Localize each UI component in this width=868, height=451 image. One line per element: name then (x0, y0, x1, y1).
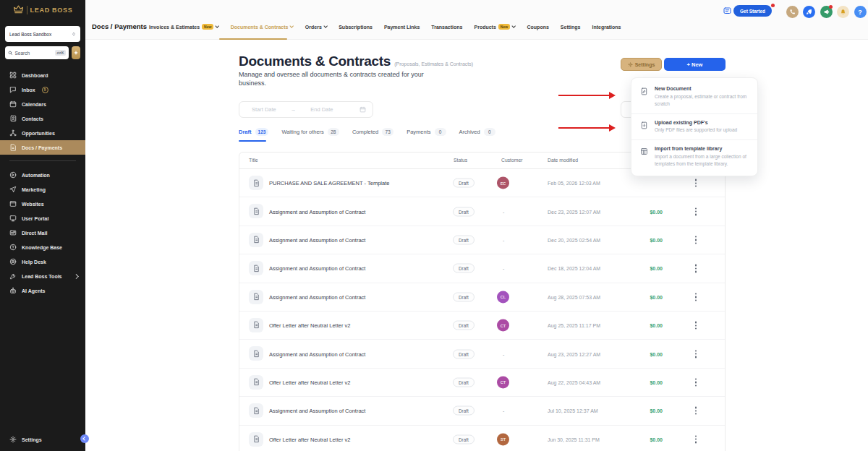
logo-divider (27, 6, 27, 14)
menu-item-description: Import a document from a large collectio… (655, 153, 749, 168)
menu-item-upload-pdf[interactable]: Upload existing PDF's Only PDF files are… (631, 113, 757, 140)
row-actions-kebab[interactable] (694, 320, 698, 331)
sidebar-item-dashboard[interactable]: Dashboard (0, 68, 85, 82)
table-row[interactable]: Assignment and Assumption of Contract Dr… (239, 340, 725, 368)
sidebar-item-ai-agents[interactable]: AI Agents (0, 283, 85, 298)
row-actions-kebab[interactable] (694, 234, 698, 245)
dashboard-icon (9, 72, 17, 79)
table-row[interactable]: Offer Letter after Neutral Letter v2 Dra… (239, 312, 725, 340)
row-actions-kebab[interactable] (694, 178, 698, 189)
get-started-button[interactable]: Get Started (733, 5, 772, 17)
row-actions-kebab[interactable] (694, 405, 698, 416)
ai-assistant-button[interactable] (72, 46, 80, 59)
help-icon[interactable]: ? (854, 6, 867, 18)
column-customer: Customer (501, 158, 522, 163)
sidebar-item-settings[interactable]: Settings (0, 432, 85, 447)
sidebar-item-help-desk[interactable]: Help Desk (0, 254, 85, 269)
filter-tab-archived[interactable]: Archived 0 (459, 128, 495, 136)
row-actions-kebab[interactable] (694, 434, 698, 444)
section-title: Documents & Contracts (239, 53, 391, 69)
workspace-selector[interactable]: Lead Boss Sandbox (5, 26, 80, 42)
filter-tab-count: 0 (435, 128, 446, 136)
sidebar-search-input[interactable]: Search ctrlK (5, 46, 69, 59)
tab-coupons[interactable]: Coupons (527, 25, 549, 30)
tab-invoices-estimates[interactable]: Invoices & Estimates New (149, 24, 219, 30)
date-range-picker[interactable]: Start Date → End Date (239, 101, 373, 118)
sidebar-item-websites[interactable]: Websites (0, 197, 85, 211)
row-actions-kebab[interactable] (694, 348, 698, 359)
search-icon (8, 51, 13, 56)
row-actions-kebab[interactable] (694, 291, 698, 302)
customer-avatar: CL (497, 291, 509, 303)
tab-label: Settings (561, 25, 581, 30)
tab-products[interactable]: Products New (474, 24, 515, 30)
phone-icon[interactable] (786, 6, 799, 18)
filter-tab-waiting-for-others[interactable]: Waiting for others 28 (281, 128, 339, 136)
bell-icon[interactable] (837, 6, 849, 18)
sidebar-item-calendars[interactable]: Calendars (0, 97, 85, 111)
document-icon (249, 176, 263, 190)
updates-icon[interactable] (723, 7, 732, 15)
filter-tab-draft[interactable]: Draft 123 (239, 128, 268, 136)
customer-empty: - (503, 237, 504, 242)
new-document-button[interactable]: + New (664, 58, 726, 71)
sidebar-item-inbox[interactable]: Inbox 5 (0, 82, 85, 97)
table-row[interactable]: Assignment and Assumption of Contract Dr… (239, 197, 725, 226)
row-actions-kebab[interactable] (694, 377, 698, 387)
section-title-suffix: (Proposals, Estimates & Contracts) (394, 61, 473, 66)
table-row[interactable]: Assignment and Assumption of Contract Dr… (239, 283, 725, 312)
browser-icon (9, 200, 17, 207)
amount: $0.00 (625, 266, 663, 271)
table-row[interactable]: Offer Letter after Neutral Letter v2 Dra… (239, 369, 725, 397)
tab-integrations[interactable]: Integrations (592, 25, 621, 30)
chevron-left-icon (82, 437, 87, 441)
sidebar-item-label: Lead Boss Tools (22, 274, 62, 279)
amount: $0.00 (625, 323, 663, 328)
tab-orders[interactable]: Orders (305, 25, 327, 30)
filter-tab-completed[interactable]: Completed 73 (352, 128, 393, 136)
sidebar-item-opportunities[interactable]: Opportunities (0, 126, 85, 140)
annotation-arrow (558, 127, 609, 129)
sidebar-item-label: User Portal (22, 216, 48, 221)
table-row[interactable]: Assignment and Assumption of Contract Dr… (239, 397, 725, 425)
table-row[interactable]: Assignment and Assumption of Contract Dr… (239, 226, 725, 254)
settings-button[interactable]: Settings (621, 58, 662, 71)
filter-tab-count: 123 (255, 128, 269, 136)
sidebar-item-docs-payments[interactable]: Docs / Payments (0, 140, 85, 155)
table-row[interactable]: Offer Letter after Neutral Letter v2 Dra… (239, 426, 725, 451)
tab-payment-links[interactable]: Payment Links (384, 25, 420, 30)
sidebar-item-label: Inbox (22, 87, 35, 93)
document-title: Offer Letter after Neutral Letter v2 (269, 436, 350, 442)
tab-documents-contracts[interactable]: Documents & Contracts (231, 25, 294, 30)
date-modified: Aug 28, 2025 07:53 AM (548, 294, 600, 299)
document-icon (249, 403, 263, 418)
sidebar-item-label: Direct Mail (22, 231, 47, 236)
postcard-icon (9, 229, 17, 236)
status-badge: Draft (453, 207, 475, 216)
sidebar-item-knowledge-base[interactable]: Knowledge Base (0, 240, 85, 254)
tab-transactions[interactable]: Transactions (431, 25, 462, 30)
tab-subscriptions[interactable]: Subscriptions (339, 25, 373, 30)
tab-label: Transactions (431, 25, 462, 30)
sidebar-item-marketing[interactable]: Marketing (0, 182, 85, 197)
sidebar-item-lead-boss-tools[interactable]: Lead Boss Tools (0, 269, 85, 283)
menu-item-new-document[interactable]: New Document Create a proposal, estimate… (631, 80, 757, 113)
sidebar-item-direct-mail[interactable]: Direct Mail (0, 226, 85, 240)
menu-item-import-template[interactable]: Import from template library Import a do… (631, 139, 757, 173)
sidebar-item-automation[interactable]: Automation (0, 168, 85, 182)
sidebar-collapse-button[interactable] (80, 434, 89, 443)
tab-label: Coupons (527, 25, 549, 30)
tab-settings[interactable]: Settings (561, 25, 581, 30)
table-row[interactable]: Assignment and Assumption of Contract Dr… (239, 254, 725, 283)
logo-text: LEAD BOSS (30, 7, 73, 14)
filter-tab-payments[interactable]: Payments 0 (407, 128, 446, 136)
sidebar-item-user-portal[interactable]: User Portal (0, 211, 85, 226)
row-actions-kebab[interactable] (694, 206, 698, 217)
row-actions-kebab[interactable] (694, 263, 698, 274)
rocket-icon[interactable] (803, 6, 815, 18)
date-modified: Aug 25, 2025 11:17 PM (548, 323, 600, 328)
customer-empty: - (503, 209, 504, 214)
sidebar-item-contacts[interactable]: Contacts (0, 111, 85, 126)
settings-button-label: Settings (635, 62, 655, 67)
customer-avatar: CT (497, 376, 509, 388)
